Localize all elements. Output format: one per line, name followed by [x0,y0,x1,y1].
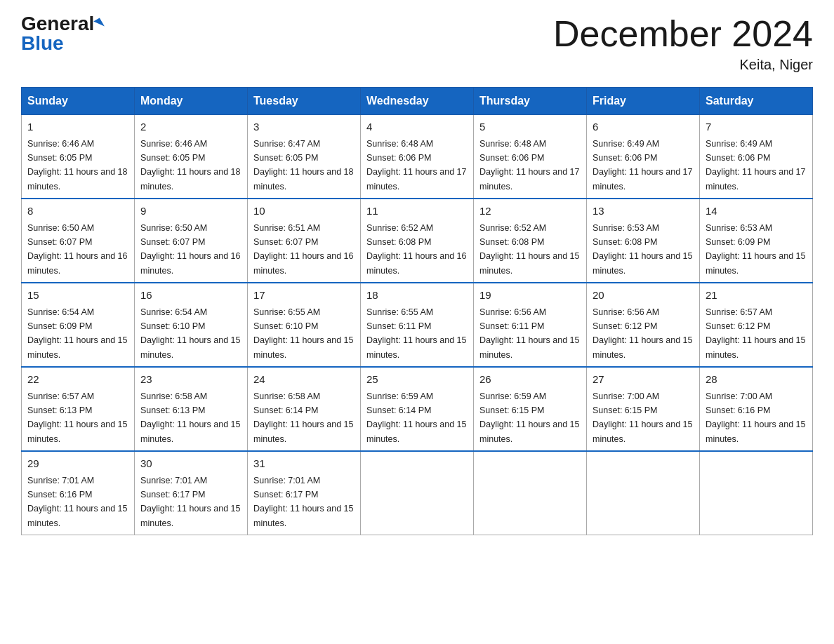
calendar-cell: 18Sunrise: 6:55 AMSunset: 6:11 PMDayligh… [361,283,474,367]
header-monday: Monday [135,88,248,115]
calendar-cell: 19Sunrise: 6:56 AMSunset: 6:11 PMDayligh… [474,283,587,367]
day-info: Sunrise: 7:01 AMSunset: 6:16 PMDaylight:… [27,476,127,528]
calendar-cell: 20Sunrise: 6:56 AMSunset: 6:12 PMDayligh… [587,283,700,367]
day-number: 27 [593,372,694,388]
calendar-week-row: 22Sunrise: 6:57 AMSunset: 6:13 PMDayligh… [22,367,813,451]
calendar-cell: 5Sunrise: 6:48 AMSunset: 6:06 PMDaylight… [474,115,587,199]
day-number: 8 [27,203,128,220]
day-number: 22 [27,372,128,388]
day-number: 23 [140,372,241,388]
calendar-week-row: 1Sunrise: 6:46 AMSunset: 6:05 PMDaylight… [22,115,813,199]
calendar-cell [587,451,700,535]
day-number: 16 [140,288,241,304]
day-info: Sunrise: 6:49 AMSunset: 6:06 PMDaylight:… [593,139,692,192]
logo-blue-text: Blue [21,34,64,53]
calendar-cell: 6Sunrise: 6:49 AMSunset: 6:06 PMDaylight… [587,115,700,199]
calendar-cell: 4Sunrise: 6:48 AMSunset: 6:06 PMDaylight… [361,115,474,199]
day-number: 18 [366,288,468,304]
calendar-cell: 16Sunrise: 6:54 AMSunset: 6:10 PMDayligh… [135,283,248,367]
calendar-cell: 2Sunrise: 6:46 AMSunset: 6:05 PMDaylight… [135,115,248,199]
header-tuesday: Tuesday [248,88,361,115]
calendar-week-row: 15Sunrise: 6:54 AMSunset: 6:09 PMDayligh… [22,283,813,367]
calendar-cell: 12Sunrise: 6:52 AMSunset: 6:08 PMDayligh… [474,199,587,283]
calendar-cell: 3Sunrise: 6:47 AMSunset: 6:05 PMDaylight… [248,115,361,199]
day-info: Sunrise: 7:00 AMSunset: 6:16 PMDaylight:… [706,391,805,444]
calendar-cell: 9Sunrise: 6:50 AMSunset: 6:07 PMDaylight… [135,199,248,283]
calendar-cell: 28Sunrise: 7:00 AMSunset: 6:16 PMDayligh… [700,367,813,451]
day-number: 3 [253,119,355,135]
day-number: 24 [253,372,355,388]
day-info: Sunrise: 6:46 AMSunset: 6:05 PMDaylight:… [27,139,127,192]
header-friday: Friday [587,88,700,115]
logo: General Blue [21,14,102,53]
day-number: 19 [479,288,581,304]
day-info: Sunrise: 6:48 AMSunset: 6:06 PMDaylight:… [366,139,466,192]
day-number: 12 [479,203,581,220]
logo-general-text: General [21,14,94,34]
day-info: Sunrise: 7:01 AMSunset: 6:17 PMDaylight:… [140,476,240,528]
calendar-cell: 8Sunrise: 6:50 AMSunset: 6:07 PMDaylight… [22,199,135,283]
calendar-cell: 14Sunrise: 6:53 AMSunset: 6:09 PMDayligh… [700,199,813,283]
calendar-cell [361,451,474,535]
day-number: 14 [706,203,807,220]
day-number: 15 [27,288,128,304]
day-info: Sunrise: 6:53 AMSunset: 6:09 PMDaylight:… [706,223,805,276]
header-saturday: Saturday [700,88,813,115]
calendar-cell: 15Sunrise: 6:54 AMSunset: 6:09 PMDayligh… [22,283,135,367]
month-title: December 2024 [553,14,813,54]
calendar-cell: 22Sunrise: 6:57 AMSunset: 6:13 PMDayligh… [22,367,135,451]
calendar-cell: 1Sunrise: 6:46 AMSunset: 6:05 PMDaylight… [22,115,135,199]
day-number: 5 [479,119,581,135]
day-info: Sunrise: 6:48 AMSunset: 6:06 PMDaylight:… [479,139,579,192]
calendar-cell: 21Sunrise: 6:57 AMSunset: 6:12 PMDayligh… [700,283,813,367]
day-number: 6 [593,119,694,135]
day-number: 20 [593,288,694,304]
calendar-cell [700,451,813,535]
day-info: Sunrise: 6:52 AMSunset: 6:08 PMDaylight:… [479,223,579,276]
calendar-cell [474,451,587,535]
calendar-cell: 30Sunrise: 7:01 AMSunset: 6:17 PMDayligh… [135,451,248,535]
header-sunday: Sunday [22,88,135,115]
day-info: Sunrise: 6:49 AMSunset: 6:06 PMDaylight:… [706,139,805,192]
calendar-cell: 11Sunrise: 6:52 AMSunset: 6:08 PMDayligh… [361,199,474,283]
day-info: Sunrise: 6:47 AMSunset: 6:05 PMDaylight:… [253,139,353,192]
calendar-week-row: 8Sunrise: 6:50 AMSunset: 6:07 PMDaylight… [22,199,813,283]
calendar-cell: 17Sunrise: 6:55 AMSunset: 6:10 PMDayligh… [248,283,361,367]
calendar-cell: 29Sunrise: 7:01 AMSunset: 6:16 PMDayligh… [22,451,135,535]
calendar-table: SundayMondayTuesdayWednesdayThursdayFrid… [21,87,813,535]
day-info: Sunrise: 6:54 AMSunset: 6:10 PMDaylight:… [140,307,240,360]
calendar-cell: 25Sunrise: 6:59 AMSunset: 6:14 PMDayligh… [361,367,474,451]
day-info: Sunrise: 6:50 AMSunset: 6:07 PMDaylight:… [140,223,240,276]
day-info: Sunrise: 7:00 AMSunset: 6:15 PMDaylight:… [593,391,692,444]
day-info: Sunrise: 6:58 AMSunset: 6:13 PMDaylight:… [140,391,240,444]
day-info: Sunrise: 6:58 AMSunset: 6:14 PMDaylight:… [253,391,353,444]
day-number: 9 [140,203,241,220]
header-thursday: Thursday [474,88,587,115]
day-number: 1 [27,119,128,135]
day-number: 2 [140,119,241,135]
day-info: Sunrise: 6:50 AMSunset: 6:07 PMDaylight:… [27,223,127,276]
day-info: Sunrise: 6:59 AMSunset: 6:15 PMDaylight:… [479,391,579,444]
header-wednesday: Wednesday [361,88,474,115]
day-info: Sunrise: 6:54 AMSunset: 6:09 PMDaylight:… [27,307,127,360]
day-info: Sunrise: 6:57 AMSunset: 6:12 PMDaylight:… [706,307,805,360]
day-info: Sunrise: 7:01 AMSunset: 6:17 PMDaylight:… [253,476,353,528]
day-number: 31 [253,456,355,472]
calendar-cell: 24Sunrise: 6:58 AMSunset: 6:14 PMDayligh… [248,367,361,451]
calendar-header-row: SundayMondayTuesdayWednesdayThursdayFrid… [22,88,813,115]
logo-triangle-icon [93,18,105,29]
calendar-week-row: 29Sunrise: 7:01 AMSunset: 6:16 PMDayligh… [22,451,813,535]
day-number: 26 [479,372,581,388]
day-info: Sunrise: 6:55 AMSunset: 6:11 PMDaylight:… [366,307,466,360]
day-info: Sunrise: 6:52 AMSunset: 6:08 PMDaylight:… [366,223,466,276]
day-info: Sunrise: 6:55 AMSunset: 6:10 PMDaylight:… [253,307,353,360]
day-number: 30 [140,456,241,472]
title-section: December 2024 Keita, Niger [553,14,813,73]
day-number: 17 [253,288,355,304]
day-number: 21 [706,288,807,304]
calendar-cell: 31Sunrise: 7:01 AMSunset: 6:17 PMDayligh… [248,451,361,535]
day-info: Sunrise: 6:51 AMSunset: 6:07 PMDaylight:… [253,223,353,276]
day-number: 28 [706,372,807,388]
day-number: 13 [593,203,694,220]
calendar-cell: 23Sunrise: 6:58 AMSunset: 6:13 PMDayligh… [135,367,248,451]
